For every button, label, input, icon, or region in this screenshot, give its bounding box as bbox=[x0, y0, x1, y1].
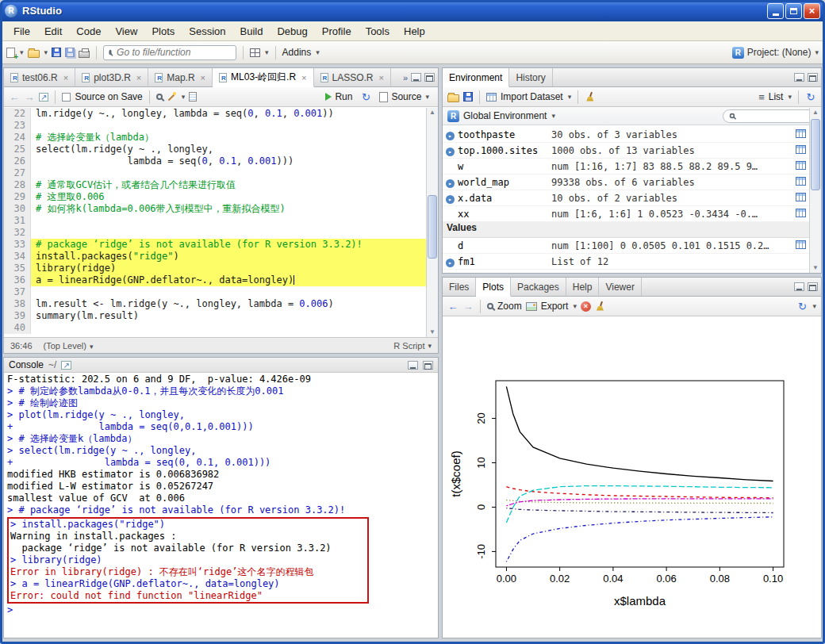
refresh-plot-icon[interactable]: ↻ bbox=[796, 301, 808, 312]
back-icon[interactable]: ← bbox=[9, 91, 20, 103]
tab-overflow-icon[interactable]: » bbox=[403, 73, 408, 82]
popout-source-icon[interactable]: ↗ bbox=[39, 93, 48, 102]
expand-object-icon[interactable]: ▸ bbox=[446, 259, 455, 267]
titlebar[interactable]: R RStudio × bbox=[0, 0, 825, 21]
chevron-down-icon[interactable]: ▾ bbox=[20, 48, 24, 56]
refresh-icon[interactable]: ↻ bbox=[805, 91, 816, 103]
code-editor[interactable]: 22lm.ridge(y ~., longley, lambda = seq(0… bbox=[4, 108, 426, 337]
expand-object-icon[interactable]: ▸ bbox=[446, 132, 455, 140]
maximize-pane-icon[interactable] bbox=[424, 73, 435, 82]
scroll-up-icon[interactable]: ▲ bbox=[427, 108, 438, 117]
environment-object-fm1[interactable]: ▸fm1List of 12 bbox=[443, 254, 809, 270]
scope-selector[interactable]: (Top Level) ▾ bbox=[44, 341, 94, 351]
tab-History[interactable]: History bbox=[509, 68, 552, 86]
tab-Files[interactable]: Files bbox=[443, 278, 476, 296]
tab-Help[interactable]: Help bbox=[566, 278, 600, 296]
expand-object-icon[interactable]: ▸ bbox=[446, 179, 455, 188]
menu-view[interactable]: View bbox=[108, 21, 144, 40]
environment-scope-dropdown[interactable]: Global Environment bbox=[463, 110, 547, 121]
menu-tools[interactable]: Tools bbox=[359, 21, 397, 40]
close-tab-icon[interactable]: × bbox=[301, 73, 306, 82]
menu-help[interactable]: Help bbox=[397, 21, 432, 40]
export-icon[interactable] bbox=[526, 302, 537, 311]
source-tab-plot3D.R[interactable]: plot3D.R× bbox=[75, 68, 148, 86]
view-data-icon[interactable] bbox=[796, 177, 806, 186]
open-file-icon[interactable] bbox=[28, 50, 40, 58]
environment-object-x.data[interactable]: ▸x.data10 obs. of 2 variables bbox=[443, 190, 809, 206]
code-tools-icon[interactable] bbox=[167, 92, 177, 102]
view-data-icon[interactable] bbox=[796, 209, 806, 217]
new-file-icon[interactable] bbox=[6, 48, 15, 58]
view-data-icon[interactable] bbox=[796, 129, 806, 138]
source-tab-LASSO.R[interactable]: LASSO.R× bbox=[314, 68, 391, 86]
filetype-selector[interactable]: R Script ▾ bbox=[393, 341, 432, 351]
tab-Packages[interactable]: Packages bbox=[511, 278, 566, 296]
zoom-icon[interactable] bbox=[487, 303, 493, 309]
menu-plots[interactable]: Plots bbox=[144, 21, 182, 40]
source-tab-ML03-岭回归.R[interactable]: ML03-岭回归.R× bbox=[213, 68, 313, 87]
environment-object-w[interactable]: wnum [1:16, 1:7] 83 88.5 88.2 89.5 9… bbox=[443, 159, 809, 174]
compile-report-icon[interactable] bbox=[189, 92, 197, 102]
source-tab-test06.R[interactable]: test06.R× bbox=[4, 68, 75, 86]
list-view-button[interactable]: List bbox=[769, 91, 784, 102]
tab-Environment[interactable]: Environment bbox=[443, 68, 509, 87]
print-icon[interactable] bbox=[79, 51, 90, 58]
chevron-down-icon[interactable]: ▾ bbox=[573, 302, 577, 310]
project-selector[interactable]: R Project: (None) ▾ bbox=[732, 47, 819, 59]
scroll-down-icon[interactable]: ▼ bbox=[427, 328, 438, 337]
minimize-pane-icon[interactable] bbox=[408, 361, 418, 370]
find-replace-icon[interactable] bbox=[156, 94, 163, 100]
remove-plot-icon[interactable]: × bbox=[581, 301, 591, 312]
minimize-pane-icon[interactable] bbox=[794, 282, 804, 291]
environment-search-input[interactable] bbox=[739, 110, 810, 121]
scrollbar-thumb[interactable] bbox=[428, 195, 437, 259]
list-view-icon[interactable]: ≡ bbox=[758, 91, 765, 103]
close-tab-icon[interactable]: × bbox=[63, 73, 68, 82]
forward-icon[interactable]: → bbox=[24, 91, 35, 103]
menu-profile[interactable]: Profile bbox=[315, 21, 359, 40]
chevron-down-icon[interactable]: ▾ bbox=[551, 112, 555, 120]
chevron-down-icon[interactable]: ▾ bbox=[316, 48, 320, 56]
menu-debug[interactable]: Debug bbox=[270, 21, 314, 40]
menu-build[interactable]: Build bbox=[233, 21, 271, 40]
chevron-down-icon[interactable]: ▾ bbox=[788, 93, 792, 101]
export-button[interactable]: Export bbox=[541, 301, 569, 312]
chevron-down-icon[interactable]: ▾ bbox=[182, 93, 186, 101]
environment-object-top.1000.sites[interactable]: ▸top.1000.sites1000 obs. of 13 variables bbox=[443, 143, 809, 159]
menu-file[interactable]: File bbox=[6, 21, 37, 40]
view-data-icon[interactable] bbox=[796, 240, 806, 249]
tab-Viewer[interactable]: Viewer bbox=[599, 278, 641, 296]
save-icon[interactable] bbox=[52, 48, 61, 57]
goto-file-search[interactable] bbox=[103, 45, 236, 60]
minimize-pane-icon[interactable] bbox=[794, 73, 804, 82]
source-on-save-checkbox[interactable] bbox=[62, 93, 71, 102]
clear-objects-icon[interactable] bbox=[585, 92, 595, 102]
environment-object-d[interactable]: dnum [1:100] 0 0.0505 0.101 0.1515 0.2… bbox=[443, 238, 809, 254]
environment-scrollbar[interactable]: ▲ ▼ bbox=[809, 108, 821, 273]
chevron-down-icon[interactable]: ▾ bbox=[812, 302, 816, 310]
maximize-pane-icon[interactable] bbox=[808, 73, 818, 82]
scroll-up-icon[interactable]: ▲ bbox=[810, 108, 821, 117]
pane-layout-icon[interactable] bbox=[250, 48, 260, 57]
close-tab-icon[interactable]: × bbox=[136, 73, 141, 82]
save-all-icon[interactable] bbox=[65, 48, 75, 57]
environment-object-xx[interactable]: xxnum [1:6, 1:6] 1 0.0523 -0.3434 -0.… bbox=[443, 206, 809, 222]
chevron-down-icon[interactable]: ▾ bbox=[44, 48, 48, 56]
expand-object-icon[interactable]: ▸ bbox=[446, 195, 455, 204]
previous-plot-icon[interactable]: ← bbox=[447, 301, 459, 312]
import-dataset-icon[interactable] bbox=[486, 93, 497, 102]
source-tab-Map.R[interactable]: Map.R× bbox=[148, 68, 213, 86]
chevron-down-icon[interactable]: ▾ bbox=[568, 93, 572, 101]
close-tab-icon[interactable]: × bbox=[201, 73, 205, 82]
clear-plots-icon[interactable] bbox=[595, 301, 605, 312]
window-close-button[interactable]: × bbox=[804, 3, 820, 19]
source-button[interactable]: Source ▾ bbox=[375, 90, 433, 103]
environment-object-toothpaste[interactable]: ▸toothpaste30 obs. of 3 variables bbox=[443, 127, 809, 143]
menu-edit[interactable]: Edit bbox=[37, 21, 69, 40]
rerun-icon[interactable]: ↻ bbox=[360, 91, 371, 103]
popout-console-icon[interactable]: ↗ bbox=[61, 361, 71, 370]
goto-file-input[interactable] bbox=[115, 46, 243, 59]
close-tab-icon[interactable]: × bbox=[379, 73, 384, 82]
load-workspace-icon[interactable] bbox=[447, 94, 459, 102]
maximize-pane-icon[interactable] bbox=[808, 282, 818, 291]
